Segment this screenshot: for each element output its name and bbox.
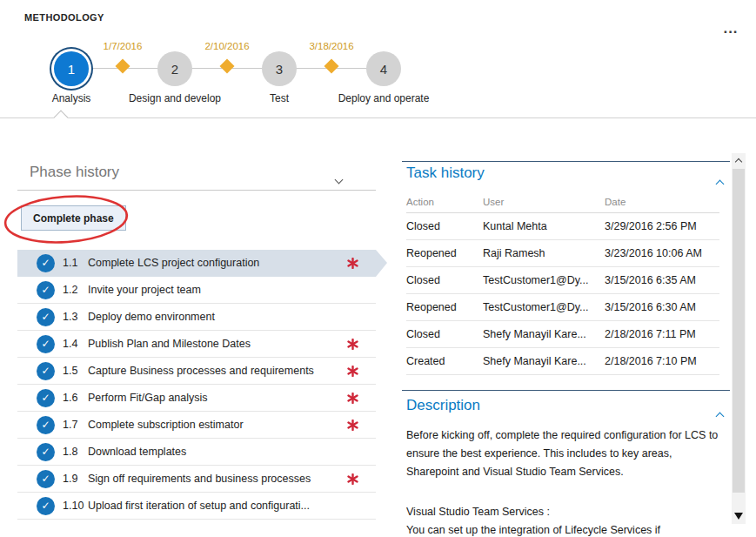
task-row[interactable]: ✓ 1.1 Complete LCS project configuration: [17, 250, 376, 277]
task-title: Complete subscription estimator: [88, 419, 347, 431]
phase-step-2[interactable]: 2: [157, 51, 192, 86]
task-complete-check-icon: ✓: [37, 389, 55, 407]
cell-user: Shefy Manayil Kare...: [483, 355, 605, 367]
task-number: 1.4: [63, 338, 88, 350]
cell-action: Closed: [406, 220, 483, 232]
task-row[interactable]: ✓ 1.3 Deploy demo environment: [17, 304, 376, 331]
task-complete-check-icon: ✓: [37, 443, 55, 461]
task-row[interactable]: ✓ 1.5 Capture Business processes and req…: [17, 358, 376, 385]
column-header-user: User: [483, 197, 605, 207]
right-panel-scrollbar[interactable]: [732, 153, 746, 524]
divider: [0, 117, 756, 118]
task-title: Upload first iteration of setup and conf…: [88, 500, 347, 512]
complete-phase-button[interactable]: Complete phase: [21, 205, 126, 231]
phase-step-3[interactable]: 3: [262, 51, 297, 86]
table-row: Created Shefy Manayil Kare... 2/18/2016 …: [406, 348, 719, 375]
description-paragraph: You can set up the integration of Lifecy…: [406, 521, 726, 537]
milestone-date: 3/18/2016: [292, 41, 371, 51]
task-number: 1.3: [63, 311, 88, 323]
phase-step-4[interactable]: 4: [366, 51, 401, 86]
cell-action: Created: [406, 355, 483, 367]
required-asterisk-icon: [347, 339, 358, 350]
cell-date: 3/15/2016 6:35 AM: [605, 274, 719, 286]
check-glyph: ✓: [41, 365, 50, 377]
task-number: 1.6: [63, 392, 88, 404]
scroll-up-button[interactable]: [732, 153, 746, 167]
check-glyph: ✓: [41, 500, 50, 512]
table-row: Closed Shefy Manayil Kare... 2/18/2016 7…: [406, 321, 719, 348]
task-history-table: Action User Date Closed Kuntal Mehta 3/2…: [406, 191, 719, 375]
description-collapse-toggle[interactable]: [717, 407, 723, 423]
ellipsis-icon: ...: [723, 20, 738, 37]
section-divider: [402, 161, 730, 162]
task-complete-check-icon: ✓: [37, 416, 55, 434]
phase-number: 3: [276, 62, 283, 77]
task-row[interactable]: ✓ 1.7 Complete subscription estimator: [17, 412, 376, 439]
cell-action: Closed: [406, 274, 483, 286]
phase-step-1[interactable]: 1: [54, 51, 89, 86]
phase-history-title: Phase history: [30, 164, 119, 181]
scrollbar-thumb[interactable]: [733, 169, 745, 493]
phase-label-deploy: Deploy and operate: [318, 92, 449, 104]
task-row[interactable]: ✓ 1.4 Publish Plan and Milestone Dates: [17, 331, 376, 358]
task-title: Download templates: [88, 446, 347, 458]
cell-date: 3/23/2016 10:06 AM: [605, 247, 719, 259]
check-glyph: ✓: [41, 446, 50, 458]
required-asterisk-icon: [347, 420, 358, 431]
lcs-methodology-screen: METHODOLOGY ... 1/7/2016 2/10/2016 3/18/…: [0, 0, 756, 537]
cell-user: TestCustomer1@Dy...: [483, 274, 605, 286]
phase-number: 2: [171, 62, 178, 77]
task-title: Invite your project team: [88, 284, 347, 296]
milestone-date: 1/7/2016: [84, 41, 162, 51]
cell-user: TestCustomer1@Dy...: [483, 301, 605, 313]
milestone-diamond-icon: [324, 59, 339, 74]
check-glyph: ✓: [41, 338, 50, 350]
task-number: 1.9: [63, 473, 88, 485]
phase-history-collapse-toggle[interactable]: [336, 171, 342, 186]
check-glyph: ✓: [41, 473, 50, 485]
milestone-diamond-icon: [116, 59, 130, 74]
task-number: 1.8: [63, 446, 88, 458]
check-glyph: ✓: [41, 419, 50, 431]
task-row[interactable]: ✓ 1.6 Perform Fit/Gap analysis: [17, 385, 376, 412]
chevron-up-icon: [716, 413, 725, 421]
task-row[interactable]: ✓ 1.10 Upload first iteration of setup a…: [17, 493, 376, 520]
cell-action: Reopened: [406, 247, 483, 259]
task-title: Deploy demo environment: [88, 311, 347, 323]
description-paragraph: Before kicking off, complete the require…: [406, 426, 726, 481]
scroll-down-button[interactable]: [732, 509, 746, 523]
task-complete-check-icon: ✓: [37, 362, 55, 380]
cell-date: 3/15/2016 6:30 AM: [605, 301, 719, 313]
cell-date: 2/18/2016 7:10 PM: [605, 355, 719, 367]
task-number: 1.10: [63, 500, 88, 512]
check-glyph: ✓: [41, 257, 50, 269]
table-row: Closed TestCustomer1@Dy... 3/15/2016 6:3…: [406, 267, 719, 294]
task-row[interactable]: ✓ 1.8 Download templates: [17, 439, 376, 466]
page-title: METHODOLOGY: [24, 12, 104, 23]
phase-number: 1: [68, 62, 75, 77]
task-row[interactable]: ✓ 1.9 Sign off requirements and business…: [17, 466, 376, 493]
task-complete-check-icon: ✓: [37, 497, 55, 515]
check-glyph: ✓: [41, 311, 50, 323]
required-asterisk-icon: [347, 393, 358, 404]
task-title: Capture Business processes and requireme…: [88, 365, 347, 377]
chevron-up-icon: [735, 158, 742, 164]
check-glyph: ✓: [41, 284, 50, 296]
description-paragraph: Visual Studio Team Services :: [406, 503, 726, 521]
more-options-button[interactable]: ...: [713, 23, 748, 44]
column-header-date: Date: [605, 197, 719, 207]
task-complete-check-icon: ✓: [37, 470, 55, 488]
task-number: 1.1: [63, 257, 88, 269]
column-header-action: Action: [406, 197, 483, 207]
table-row: Reopened TestCustomer1@Dy... 3/15/2016 6…: [406, 294, 719, 321]
table-row: Closed Kuntal Mehta 3/29/2016 2:56 PM: [406, 213, 719, 240]
phase-number: 4: [380, 62, 387, 77]
section-divider: [402, 390, 730, 391]
cell-date: 3/29/2016 2:56 PM: [605, 220, 719, 232]
check-glyph: ✓: [41, 392, 50, 404]
table-row: Reopened Raji Ramesh 3/23/2016 10:06 AM: [406, 240, 719, 267]
cell-action: Reopened: [406, 301, 483, 313]
triangle-down-icon: [734, 513, 743, 520]
task-row[interactable]: ✓ 1.2 Invite your project team: [17, 277, 376, 304]
task-history-collapse-toggle[interactable]: [717, 175, 723, 191]
